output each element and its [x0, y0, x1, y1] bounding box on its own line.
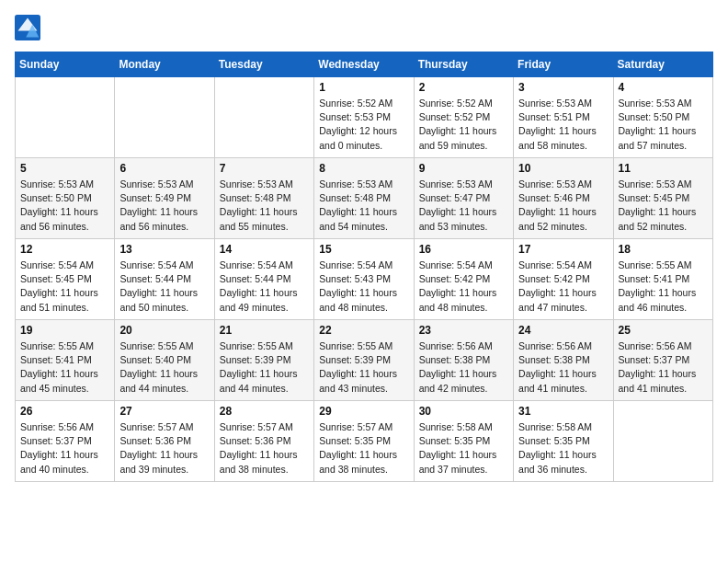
- day-info: Sunrise: 5:58 AMSunset: 5:35 PMDaylight:…: [518, 420, 608, 477]
- day-info: Sunrise: 5:54 AMSunset: 5:44 PMDaylight:…: [220, 259, 309, 315]
- day-info: Sunrise: 5:54 AMSunset: 5:42 PMDaylight:…: [518, 259, 608, 315]
- day-number: 16: [419, 243, 508, 256]
- calendar-week-2: 5Sunrise: 5:53 AMSunset: 5:50 PMDaylight…: [16, 158, 713, 239]
- day-number: 9: [419, 162, 508, 175]
- day-number: 25: [619, 324, 708, 337]
- day-number: 2: [419, 81, 508, 94]
- calendar-cell: 26Sunrise: 5:56 AMSunset: 5:37 PMDayligh…: [16, 401, 115, 482]
- calendar-cell: 24Sunrise: 5:56 AMSunset: 5:38 PMDayligh…: [514, 320, 613, 401]
- calendar-header: SundayMondayTuesdayWednesdayThursdayFrid…: [16, 52, 713, 77]
- day-info: Sunrise: 5:53 AMSunset: 5:48 PMDaylight:…: [220, 178, 309, 234]
- calendar-cell: 2Sunrise: 5:52 AMSunset: 5:52 PMDaylight…: [414, 77, 513, 158]
- day-info: Sunrise: 5:57 AMSunset: 5:36 PMDaylight:…: [119, 420, 209, 477]
- day-number: 8: [319, 162, 408, 175]
- day-info: Sunrise: 5:52 AMSunset: 5:52 PMDaylight:…: [419, 97, 508, 153]
- weekday-header-friday: Friday: [514, 52, 613, 77]
- calendar-cell: 9Sunrise: 5:53 AMSunset: 5:47 PMDaylight…: [414, 158, 513, 239]
- day-number: 7: [220, 162, 309, 175]
- calendar-cell: 4Sunrise: 5:53 AMSunset: 5:50 PMDaylight…: [613, 77, 712, 158]
- calendar-week-3: 12Sunrise: 5:54 AMSunset: 5:45 PMDayligh…: [16, 239, 713, 320]
- day-info: Sunrise: 5:53 AMSunset: 5:46 PMDaylight:…: [518, 178, 608, 234]
- day-info: Sunrise: 5:54 AMSunset: 5:43 PMDaylight:…: [319, 259, 408, 315]
- calendar-cell: [613, 401, 712, 482]
- day-number: 21: [220, 324, 309, 337]
- day-number: 4: [619, 81, 708, 94]
- day-number: 22: [319, 324, 408, 337]
- day-number: 28: [220, 405, 309, 418]
- day-info: Sunrise: 5:54 AMSunset: 5:44 PMDaylight:…: [119, 259, 209, 315]
- day-number: 3: [518, 81, 608, 94]
- day-number: 31: [518, 405, 608, 418]
- calendar-cell: 8Sunrise: 5:53 AMSunset: 5:48 PMDaylight…: [314, 158, 414, 239]
- calendar-cell: 22Sunrise: 5:55 AMSunset: 5:39 PMDayligh…: [314, 320, 414, 401]
- day-number: 14: [220, 243, 309, 256]
- day-number: 26: [20, 405, 109, 418]
- day-info: Sunrise: 5:57 AMSunset: 5:35 PMDaylight:…: [319, 420, 408, 477]
- calendar-cell: 3Sunrise: 5:53 AMSunset: 5:51 PMDaylight…: [514, 77, 613, 158]
- weekday-header-tuesday: Tuesday: [214, 52, 313, 77]
- day-number: 11: [619, 162, 708, 175]
- calendar-week-5: 26Sunrise: 5:56 AMSunset: 5:37 PMDayligh…: [16, 401, 713, 482]
- day-info: Sunrise: 5:53 AMSunset: 5:50 PMDaylight:…: [619, 97, 708, 153]
- logo: [15, 15, 44, 40]
- calendar-cell: 10Sunrise: 5:53 AMSunset: 5:46 PMDayligh…: [514, 158, 613, 239]
- calendar-cell: 20Sunrise: 5:55 AMSunset: 5:40 PMDayligh…: [115, 320, 214, 401]
- weekday-header-row: SundayMondayTuesdayWednesdayThursdayFrid…: [16, 52, 713, 77]
- day-info: Sunrise: 5:53 AMSunset: 5:47 PMDaylight:…: [419, 178, 508, 234]
- calendar-cell: 1Sunrise: 5:52 AMSunset: 5:53 PMDaylight…: [314, 77, 414, 158]
- weekday-header-saturday: Saturday: [613, 52, 712, 77]
- day-info: Sunrise: 5:52 AMSunset: 5:53 PMDaylight:…: [319, 97, 408, 153]
- day-info: Sunrise: 5:55 AMSunset: 5:41 PMDaylight:…: [20, 339, 109, 396]
- calendar-cell: 15Sunrise: 5:54 AMSunset: 5:43 PMDayligh…: [314, 239, 414, 320]
- calendar-cell: [115, 77, 214, 158]
- calendar-cell: [16, 77, 115, 158]
- day-number: 10: [518, 162, 608, 175]
- day-info: Sunrise: 5:57 AMSunset: 5:36 PMDaylight:…: [220, 420, 309, 477]
- day-info: Sunrise: 5:53 AMSunset: 5:45 PMDaylight:…: [619, 178, 708, 234]
- calendar-cell: 25Sunrise: 5:56 AMSunset: 5:37 PMDayligh…: [613, 320, 712, 401]
- day-number: 23: [419, 324, 508, 337]
- weekday-header-thursday: Thursday: [414, 52, 513, 77]
- weekday-header-sunday: Sunday: [16, 52, 115, 77]
- day-info: Sunrise: 5:54 AMSunset: 5:42 PMDaylight:…: [419, 259, 508, 315]
- day-info: Sunrise: 5:55 AMSunset: 5:41 PMDaylight:…: [619, 259, 708, 315]
- day-number: 19: [20, 324, 109, 337]
- day-info: Sunrise: 5:56 AMSunset: 5:37 PMDaylight:…: [20, 420, 109, 477]
- day-number: 15: [319, 243, 408, 256]
- day-number: 30: [419, 405, 508, 418]
- calendar-week-4: 19Sunrise: 5:55 AMSunset: 5:41 PMDayligh…: [16, 320, 713, 401]
- calendar-week-1: 1Sunrise: 5:52 AMSunset: 5:53 PMDaylight…: [16, 77, 713, 158]
- calendar-cell: 11Sunrise: 5:53 AMSunset: 5:45 PMDayligh…: [613, 158, 712, 239]
- calendar-cell: 29Sunrise: 5:57 AMSunset: 5:35 PMDayligh…: [314, 401, 414, 482]
- day-number: 17: [518, 243, 608, 256]
- calendar-cell: 18Sunrise: 5:55 AMSunset: 5:41 PMDayligh…: [613, 239, 712, 320]
- day-number: 6: [119, 162, 209, 175]
- calendar-cell: 31Sunrise: 5:58 AMSunset: 5:35 PMDayligh…: [514, 401, 613, 482]
- day-number: 18: [619, 243, 708, 256]
- calendar-cell: 5Sunrise: 5:53 AMSunset: 5:50 PMDaylight…: [16, 158, 115, 239]
- calendar-cell: 6Sunrise: 5:53 AMSunset: 5:49 PMDaylight…: [115, 158, 214, 239]
- calendar-cell: 19Sunrise: 5:55 AMSunset: 5:41 PMDayligh…: [16, 320, 115, 401]
- calendar-cell: 7Sunrise: 5:53 AMSunset: 5:48 PMDaylight…: [214, 158, 313, 239]
- day-number: 13: [119, 243, 209, 256]
- weekday-header-wednesday: Wednesday: [314, 52, 414, 77]
- day-number: 29: [319, 405, 408, 418]
- calendar-cell: [214, 77, 313, 158]
- day-info: Sunrise: 5:53 AMSunset: 5:51 PMDaylight:…: [518, 97, 608, 153]
- day-info: Sunrise: 5:55 AMSunset: 5:39 PMDaylight:…: [319, 339, 408, 396]
- page-header: [15, 15, 713, 40]
- calendar-cell: 28Sunrise: 5:57 AMSunset: 5:36 PMDayligh…: [214, 401, 313, 482]
- day-info: Sunrise: 5:56 AMSunset: 5:38 PMDaylight:…: [518, 339, 608, 396]
- day-number: 1: [319, 81, 408, 94]
- day-info: Sunrise: 5:56 AMSunset: 5:37 PMDaylight:…: [619, 339, 708, 396]
- day-info: Sunrise: 5:53 AMSunset: 5:48 PMDaylight:…: [319, 178, 408, 234]
- day-info: Sunrise: 5:55 AMSunset: 5:39 PMDaylight:…: [220, 339, 309, 396]
- day-number: 27: [119, 405, 209, 418]
- day-info: Sunrise: 5:55 AMSunset: 5:40 PMDaylight:…: [119, 339, 209, 396]
- calendar-body: 1Sunrise: 5:52 AMSunset: 5:53 PMDaylight…: [16, 77, 713, 482]
- day-number: 24: [518, 324, 608, 337]
- day-info: Sunrise: 5:58 AMSunset: 5:35 PMDaylight:…: [419, 420, 508, 477]
- logo-icon: [15, 15, 40, 40]
- calendar-table: SundayMondayTuesdayWednesdayThursdayFrid…: [15, 52, 713, 482]
- day-info: Sunrise: 5:56 AMSunset: 5:38 PMDaylight:…: [419, 339, 508, 396]
